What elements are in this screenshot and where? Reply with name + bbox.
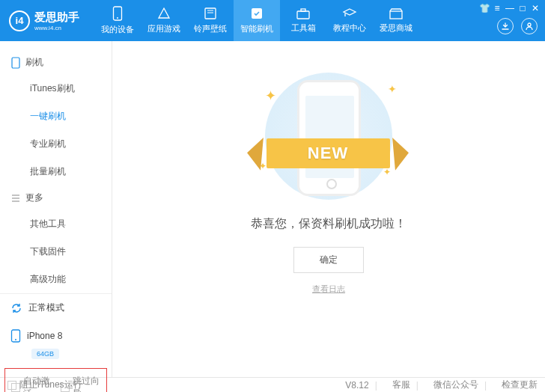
view-log-link[interactable]: 查看日志 xyxy=(312,284,345,295)
sidebar-item-batch[interactable]: 批量刷机 xyxy=(0,158,112,186)
logo: i4 爱思助手 www.i4.cn xyxy=(0,10,88,31)
wechat-link[interactable]: 微信公众号 xyxy=(433,379,478,391)
svg-rect-8 xyxy=(12,58,19,68)
menu-list-icon xyxy=(10,193,21,203)
sidebar-group-flash: 刷机 xyxy=(0,50,112,75)
shirt-icon[interactable]: 👕 xyxy=(479,3,490,13)
user-icon[interactable] xyxy=(521,18,538,34)
device-mode[interactable]: 正常模式 xyxy=(0,294,112,322)
sidebar-item-download[interactable]: 下载固件 xyxy=(0,238,112,266)
svg-rect-5 xyxy=(301,9,305,11)
device-row[interactable]: iPhone 8 64GB xyxy=(0,322,112,364)
mode-label: 正常模式 xyxy=(28,301,64,314)
support-link[interactable]: 客服 xyxy=(392,379,410,391)
brand-url: www.i4.cn xyxy=(34,25,79,31)
main-tabs: 我的设备 应用游戏 铃声壁纸 智能刷机 工具箱 教程中心 爱思商城 xyxy=(94,0,419,41)
tab-flash[interactable]: 智能刷机 xyxy=(234,0,280,41)
tab-my-device[interactable]: 我的设备 xyxy=(94,0,141,41)
tab-toolbox[interactable]: 工具箱 xyxy=(280,0,326,41)
storage-badge: 64GB xyxy=(31,349,59,359)
sidebar-item-advanced[interactable]: 高级功能 xyxy=(0,266,112,293)
download-icon[interactable] xyxy=(497,18,514,34)
phone-icon xyxy=(10,57,21,69)
logo-icon: i4 xyxy=(9,10,30,31)
svg-point-1 xyxy=(117,17,118,19)
success-message: 恭喜您，保资料刷机成功啦！ xyxy=(251,216,407,232)
svg-rect-2 xyxy=(205,8,216,19)
tab-tutorial[interactable]: 教程中心 xyxy=(326,0,373,41)
sidebar-item-oneclick[interactable]: 一键刷机 xyxy=(0,102,112,130)
phone-icon xyxy=(10,329,21,343)
sidebar-item-pro[interactable]: 专业刷机 xyxy=(0,130,112,158)
svg-rect-4 xyxy=(297,11,309,19)
new-banner: NEW xyxy=(267,138,390,168)
sidebar-group-more: 更多 xyxy=(0,186,112,210)
maximize-icon[interactable]: □ xyxy=(517,3,528,13)
app-header: i4 爱思助手 www.i4.cn 我的设备 应用游戏 铃声壁纸 智能刷机 工具… xyxy=(0,0,545,41)
device-name: iPhone 8 xyxy=(27,331,62,341)
block-itunes-checkbox[interactable]: 阻止iTunes运行 xyxy=(7,379,82,391)
close-icon[interactable]: ✕ xyxy=(530,3,541,13)
tab-ringtones[interactable]: 铃声壁纸 xyxy=(187,0,234,41)
main-content: ✦ ✦ ✦ ✦ NEW 恭喜您，保资料刷机成功啦！ 确定 查看日志 xyxy=(112,41,545,377)
sidebar: 刷机 iTunes刷机 一键刷机 专业刷机 批量刷机 更多 其他工具 下载固件 … xyxy=(0,41,112,377)
svg-point-7 xyxy=(528,23,531,26)
success-illustration: ✦ ✦ ✦ ✦ NEW xyxy=(258,73,400,200)
tab-apps[interactable]: 应用游戏 xyxy=(141,0,187,41)
tab-store[interactable]: 爱思商城 xyxy=(373,0,419,41)
version-label: V8.12 xyxy=(345,380,368,391)
confirm-button[interactable]: 确定 xyxy=(293,247,364,273)
sidebar-item-itunes[interactable]: iTunes刷机 xyxy=(0,75,112,102)
svg-rect-6 xyxy=(390,11,402,19)
menu-icon[interactable]: ≡ xyxy=(492,3,502,13)
svg-point-10 xyxy=(15,339,16,340)
sidebar-item-other[interactable]: 其他工具 xyxy=(0,210,112,238)
window-controls: 👕 ≡ — □ ✕ xyxy=(479,3,541,13)
minimize-icon[interactable]: — xyxy=(505,3,515,13)
brand-title: 爱思助手 xyxy=(34,10,79,25)
refresh-icon xyxy=(10,302,22,314)
status-bar: 阻止iTunes运行 V8.12 | 客服 | 微信公众号 | 检查更新 xyxy=(0,377,545,392)
update-link[interactable]: 检查更新 xyxy=(502,379,538,391)
